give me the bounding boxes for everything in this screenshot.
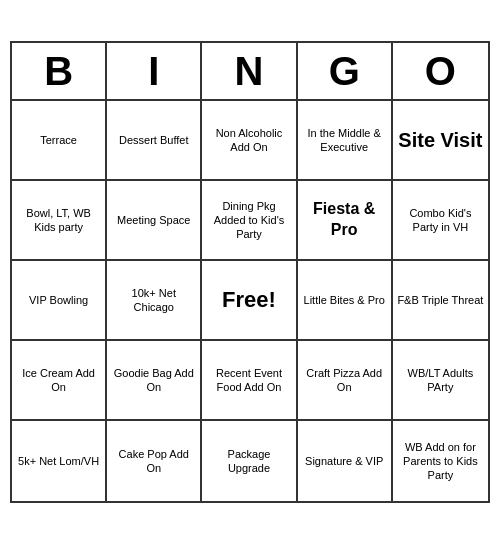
bingo-cell: Ice Cream Add On	[12, 341, 107, 421]
bingo-cell: Recent Event Food Add On	[202, 341, 297, 421]
bingo-cell: Package Upgrade	[202, 421, 297, 501]
bingo-cell: Non Alcoholic Add On	[202, 101, 297, 181]
bingo-cell: Site Visit	[393, 101, 488, 181]
header-letter: B	[12, 43, 107, 99]
bingo-cell: WB Add on for Parents to Kids Party	[393, 421, 488, 501]
bingo-cell: Terrace	[12, 101, 107, 181]
bingo-cell: Meeting Space	[107, 181, 202, 261]
header-letter: G	[298, 43, 393, 99]
bingo-cell: Bowl, LT, WB Kids party	[12, 181, 107, 261]
bingo-cell: 5k+ Net Lom/VH	[12, 421, 107, 501]
bingo-cell: F&B Triple Threat	[393, 261, 488, 341]
bingo-cell: Fiesta & Pro	[298, 181, 393, 261]
bingo-cell: Little Bites & Pro	[298, 261, 393, 341]
header-letter: O	[393, 43, 488, 99]
bingo-cell: In the Middle & Executive	[298, 101, 393, 181]
bingo-header: BINGO	[12, 43, 488, 101]
header-letter: N	[202, 43, 297, 99]
bingo-cell: WB/LT Adults PArty	[393, 341, 488, 421]
bingo-card: BINGO TerraceDessert BuffetNon Alcoholic…	[10, 41, 490, 503]
bingo-cell: Combo Kid's Party in VH	[393, 181, 488, 261]
bingo-cell: Goodie Bag Add On	[107, 341, 202, 421]
bingo-cell: Dessert Buffet	[107, 101, 202, 181]
bingo-cell: Dining Pkg Added to Kid's Party	[202, 181, 297, 261]
bingo-grid: TerraceDessert BuffetNon Alcoholic Add O…	[12, 101, 488, 501]
bingo-cell: VIP Bowling	[12, 261, 107, 341]
bingo-cell: Cake Pop Add On	[107, 421, 202, 501]
bingo-cell: Free!	[202, 261, 297, 341]
bingo-cell: Signature & VIP	[298, 421, 393, 501]
bingo-cell: Craft Pizza Add On	[298, 341, 393, 421]
header-letter: I	[107, 43, 202, 99]
bingo-cell: 10k+ Net Chicago	[107, 261, 202, 341]
